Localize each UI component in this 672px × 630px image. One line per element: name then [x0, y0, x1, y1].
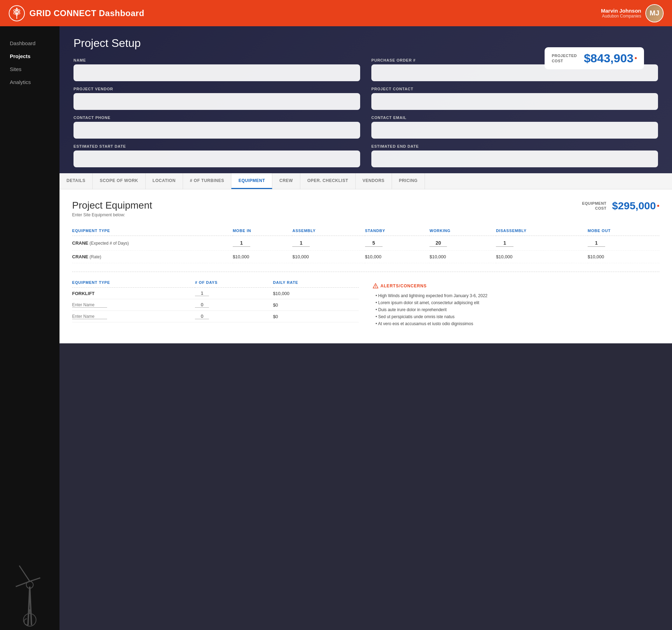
project-vendor-input[interactable]: [74, 93, 360, 110]
start-date-input[interactable]: [74, 150, 360, 167]
crane-rate-disassembly: $10,000: [496, 251, 588, 263]
crane-days-disassembly: [496, 236, 588, 251]
equipment-header: Project Equipment Enter Site Equipment b…: [72, 200, 659, 217]
crane-assembly-input[interactable]: [292, 239, 310, 247]
sidebar-windmill-illustration: [9, 559, 51, 630]
tab-pricing[interactable]: PRICING: [392, 173, 425, 189]
equipment-section: Project Equipment Enter Site Equipment b…: [59, 189, 672, 343]
tab-location[interactable]: LOCATION: [146, 173, 183, 189]
header-right: Marvin Johnson Audubon Companies MJ: [601, 4, 664, 22]
equipment-row3-name: [72, 311, 195, 322]
crane-rate-label: CRANE (Rate): [72, 251, 233, 263]
sidebar-item-projects[interactable]: Projects: [7, 50, 52, 63]
equipment-name-input-1[interactable]: [72, 302, 107, 308]
user-name: Marvin Johnson: [601, 8, 641, 14]
start-date-label: ESTIMATED START DATE: [74, 144, 360, 148]
tab-vendors[interactable]: VENDORS: [356, 173, 392, 189]
forklift-days: [195, 288, 273, 299]
app-title: GRID CONNECT Dashboard: [29, 8, 144, 18]
crane-days-mobein: [233, 236, 293, 251]
project-vendor-label: PROJECT VENDOR: [74, 87, 360, 91]
contact-phone-input[interactable]: [74, 122, 360, 139]
crane-days-standby: [365, 236, 430, 251]
hero-section: Project Setup PROJECTEDCOST $843,903 • N…: [59, 26, 672, 173]
alerts-section: ALERTS/CONCERNS High Winds and lightning…: [373, 278, 659, 333]
crane-rate-working: $10,000: [429, 251, 496, 263]
equipment-days-input-2[interactable]: [195, 314, 209, 319]
equipment-row2-rate: $0: [273, 299, 359, 311]
tab-turbines[interactable]: # OF TURBINES: [183, 173, 232, 189]
header-left: GRID CONNECT Dashboard: [8, 5, 144, 22]
app-logo-icon: [8, 5, 25, 22]
col-working: WORKING: [429, 226, 496, 236]
user-info: Marvin Johnson Audubon Companies: [601, 8, 641, 19]
tab-equipment[interactable]: EQUIPMENT: [231, 173, 272, 189]
tabs-panel: DETAILS SCOPE OF WORK LOCATION # OF TURB…: [59, 173, 672, 343]
svg-line-9: [16, 581, 30, 587]
project-contact-input[interactable]: [371, 93, 658, 110]
alerts-container: ALERTS/CONCERNS High Winds and lightning…: [373, 278, 659, 333]
crane-rate-mobeout: $10,000: [588, 251, 659, 263]
user-company: Audubon Companies: [601, 14, 641, 19]
alert-item-4: Sed ut perspiciatis unde omnis iste natu…: [373, 313, 659, 320]
equipment-row-3: $0: [72, 311, 359, 322]
col-standby: STANDBY: [365, 226, 430, 236]
contact-email-label: CONTACT EMAIL: [371, 115, 658, 120]
col-disassembly: DISASSEMBLY: [496, 226, 588, 236]
crane-days-row: CRANE (Expected # of Days): [72, 236, 659, 251]
svg-point-14: [375, 287, 376, 288]
forklift-days-input[interactable]: [195, 290, 209, 296]
sidebar-item-analytics[interactable]: Analytics: [7, 76, 52, 89]
end-date-input[interactable]: [371, 150, 658, 167]
sidebar-item-sites[interactable]: Sites: [7, 63, 52, 76]
crane-days-working: [429, 236, 496, 251]
crane-table: EQUIPMENT TYPE MOBE IN ASSEMBLY STANDBY …: [72, 226, 659, 263]
forklift-table-container: EQUIPMENT TYPE # OF DAYS DAILY RATE FORK…: [72, 278, 359, 333]
crane-days-mobeout: [588, 236, 659, 251]
avatar[interactable]: MJ: [645, 4, 664, 22]
crane-rate-standby: $10,000: [365, 251, 430, 263]
forklift-rate: $10,000: [273, 288, 359, 299]
name-label: NAME: [74, 58, 360, 62]
crane-standby-input[interactable]: [365, 239, 383, 247]
equipment-cost-dot: •: [657, 202, 659, 210]
forklift-col-type: EQUIPMENT TYPE: [72, 278, 195, 288]
alert-item-3: Duis aute irure dolor in reprehenderit: [373, 306, 659, 313]
main-layout: Dashboard Projects Sites Analytics: [0, 26, 672, 630]
tab-scope-of-work[interactable]: SCOPE OF WORK: [93, 173, 146, 189]
hero-content: Project Setup PROJECTEDCOST $843,903 • N…: [74, 37, 658, 167]
start-date-field: ESTIMATED START DATE: [74, 144, 360, 167]
equipment-title: Project Equipment: [72, 200, 152, 211]
contact-email-field: CONTACT EMAIL: [371, 115, 658, 139]
svg-line-10: [30, 578, 40, 581]
projected-cost-card: PROJECTEDCOST $843,903 •: [545, 47, 644, 69]
forklift-row: FORKLIFT $10,000: [72, 288, 359, 299]
crane-mobein-input[interactable]: [233, 239, 250, 247]
sidebar-item-dashboard[interactable]: Dashboard: [7, 37, 52, 50]
crane-disassembly-input[interactable]: [496, 239, 513, 247]
equipment-name-input-2[interactable]: [72, 314, 107, 319]
col-mobe-out: MOBE OUT: [588, 226, 659, 236]
tab-crew[interactable]: CREW: [272, 173, 300, 189]
tab-oper-checklist[interactable]: OPER. CHECKLIST: [300, 173, 356, 189]
crane-mobeout-input[interactable]: [588, 239, 605, 247]
section-divider: [72, 272, 659, 272]
contact-email-input[interactable]: [371, 122, 658, 139]
alert-item-1: High Winds and lightning expected from J…: [373, 292, 659, 299]
end-date-field: ESTIMATED END DATE: [371, 144, 658, 167]
tabs-header: DETAILS SCOPE OF WORK LOCATION # OF TURB…: [59, 173, 672, 189]
svg-line-6: [30, 587, 31, 625]
alert-item-5: At vero eos et accusamus et iusto odio d…: [373, 320, 659, 327]
alert-icon: [373, 283, 378, 289]
name-input[interactable]: [74, 64, 360, 81]
crane-working-input[interactable]: [429, 239, 447, 247]
app-header: GRID CONNECT Dashboard Marvin Johnson Au…: [0, 0, 672, 26]
col-equipment-type: EQUIPMENT TYPE: [72, 226, 233, 236]
equipment-days-input-1[interactable]: [195, 302, 209, 308]
forklift-col-days: # OF DAYS: [195, 278, 273, 288]
tab-details[interactable]: DETAILS: [59, 173, 93, 189]
crane-days-assembly: [292, 236, 365, 251]
crane-rate-row: CRANE (Rate) $10,000 $10,000 $10,000 $10…: [72, 251, 659, 263]
col-mobe-in: MOBE IN: [233, 226, 293, 236]
equipment-row2-days: [195, 299, 273, 311]
